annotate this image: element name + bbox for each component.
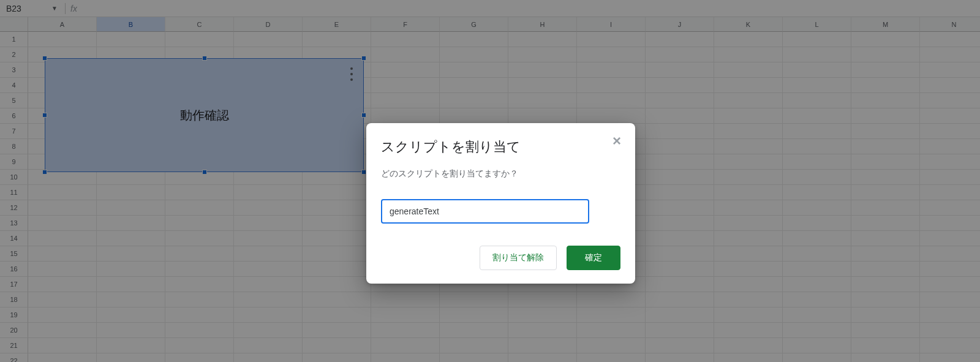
cell[interactable] xyxy=(577,353,646,362)
cell[interactable] xyxy=(646,108,714,124)
cell[interactable] xyxy=(371,338,440,353)
cell[interactable] xyxy=(783,185,851,200)
cell[interactable] xyxy=(508,62,577,78)
cell[interactable] xyxy=(714,47,783,62)
cell[interactable] xyxy=(28,338,97,353)
cell[interactable] xyxy=(714,338,783,353)
cell[interactable] xyxy=(920,62,980,78)
cell[interactable] xyxy=(165,32,234,47)
column-header[interactable]: D xyxy=(234,17,303,32)
row-header[interactable]: 6 xyxy=(0,108,28,124)
cell[interactable] xyxy=(783,277,851,292)
cell[interactable] xyxy=(920,78,980,93)
cell[interactable] xyxy=(508,78,577,93)
cell[interactable] xyxy=(646,62,714,78)
cell[interactable] xyxy=(783,47,851,62)
row-header[interactable]: 11 xyxy=(0,185,28,200)
name-box-dropdown-icon[interactable]: ▼ xyxy=(51,5,61,12)
cell[interactable] xyxy=(714,246,783,262)
cell[interactable] xyxy=(783,78,851,93)
cell[interactable] xyxy=(851,323,920,338)
row-header[interactable]: 22 xyxy=(0,353,28,362)
cell[interactable] xyxy=(303,307,371,323)
cell[interactable] xyxy=(920,292,980,307)
cell[interactable] xyxy=(783,139,851,154)
cell[interactable] xyxy=(371,353,440,362)
cell[interactable] xyxy=(646,47,714,62)
row-header[interactable]: 12 xyxy=(0,200,28,216)
cell[interactable] xyxy=(28,216,97,231)
cell[interactable] xyxy=(714,170,783,185)
cell[interactable] xyxy=(920,231,980,246)
cell[interactable] xyxy=(371,62,440,78)
row-header[interactable]: 5 xyxy=(0,93,28,108)
row-header[interactable]: 13 xyxy=(0,216,28,231)
cell[interactable] xyxy=(920,353,980,362)
cell[interactable] xyxy=(303,338,371,353)
cell[interactable] xyxy=(920,139,980,154)
cell[interactable] xyxy=(303,200,371,216)
row-header[interactable]: 7 xyxy=(0,124,28,139)
cell[interactable] xyxy=(851,93,920,108)
cell[interactable] xyxy=(920,277,980,292)
cell[interactable] xyxy=(646,154,714,170)
cell[interactable] xyxy=(783,323,851,338)
cell[interactable] xyxy=(97,353,165,362)
cell[interactable] xyxy=(646,185,714,200)
cell[interactable] xyxy=(920,246,980,262)
cell[interactable] xyxy=(920,185,980,200)
row-header[interactable]: 10 xyxy=(0,170,28,185)
cell[interactable] xyxy=(165,307,234,323)
row-header[interactable]: 2 xyxy=(0,47,28,62)
cell[interactable] xyxy=(165,246,234,262)
cell[interactable] xyxy=(234,200,303,216)
column-header[interactable]: G xyxy=(440,17,508,32)
cell[interactable] xyxy=(920,170,980,185)
cell[interactable] xyxy=(783,170,851,185)
cell[interactable] xyxy=(371,323,440,338)
cell[interactable] xyxy=(440,32,508,47)
cell[interactable] xyxy=(165,200,234,216)
cell[interactable] xyxy=(303,277,371,292)
row-header[interactable]: 17 xyxy=(0,277,28,292)
cell[interactable] xyxy=(577,338,646,353)
cell[interactable] xyxy=(646,216,714,231)
cell[interactable] xyxy=(303,32,371,47)
cell[interactable] xyxy=(97,216,165,231)
cell[interactable] xyxy=(920,47,980,62)
cell[interactable] xyxy=(783,108,851,124)
cell[interactable] xyxy=(851,262,920,277)
cell[interactable] xyxy=(440,307,508,323)
cell[interactable] xyxy=(28,32,97,47)
cell[interactable] xyxy=(920,262,980,277)
row-header[interactable]: 4 xyxy=(0,78,28,93)
row-header[interactable]: 19 xyxy=(0,307,28,323)
cell[interactable] xyxy=(165,292,234,307)
cell[interactable] xyxy=(714,307,783,323)
cell[interactable] xyxy=(920,154,980,170)
cell[interactable] xyxy=(851,108,920,124)
row-header[interactable]: 16 xyxy=(0,262,28,277)
cell[interactable] xyxy=(303,292,371,307)
cell[interactable] xyxy=(646,277,714,292)
cell[interactable] xyxy=(920,338,980,353)
cell[interactable] xyxy=(440,108,508,124)
cell[interactable] xyxy=(508,338,577,353)
cell[interactable] xyxy=(577,323,646,338)
cell[interactable] xyxy=(28,292,97,307)
cell[interactable] xyxy=(646,246,714,262)
cell[interactable] xyxy=(508,32,577,47)
cell[interactable] xyxy=(508,292,577,307)
formula-input[interactable] xyxy=(77,0,980,17)
cell[interactable] xyxy=(646,170,714,185)
cell[interactable] xyxy=(714,200,783,216)
cell[interactable] xyxy=(234,246,303,262)
cell[interactable] xyxy=(234,307,303,323)
cell[interactable] xyxy=(851,307,920,323)
drawing-kebab-menu[interactable] xyxy=(347,67,356,81)
cell[interactable] xyxy=(714,78,783,93)
cell[interactable] xyxy=(508,307,577,323)
cell[interactable] xyxy=(234,231,303,246)
cell[interactable] xyxy=(920,216,980,231)
cell[interactable] xyxy=(851,154,920,170)
